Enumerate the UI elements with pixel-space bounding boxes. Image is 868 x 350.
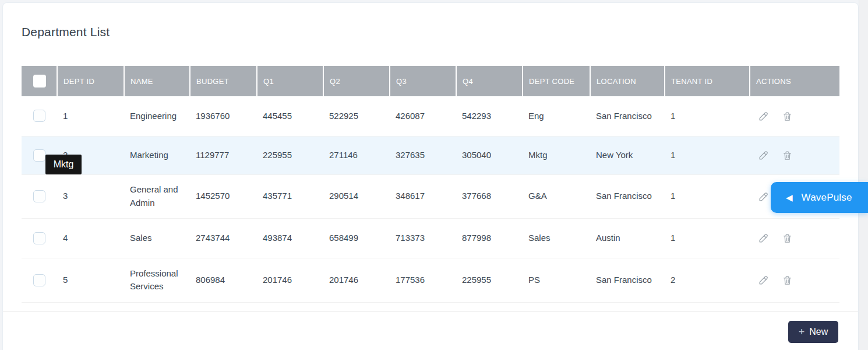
wavepulse-label: WavePulse [802, 192, 852, 204]
column-header-name: NAME [124, 66, 190, 96]
select-all-checkbox[interactable] [33, 75, 46, 88]
cell-dept-id: 3 [57, 174, 124, 218]
new-button[interactable]: + New [788, 321, 838, 343]
edit-icon[interactable] [758, 111, 769, 122]
table-row[interactable]: 3 General and Admin 1452570 435771 29051… [22, 174, 839, 218]
cell-q1: 225955 [257, 136, 323, 174]
cell-budget: 1452570 [190, 174, 257, 218]
cell-budget: 2743744 [190, 218, 257, 258]
table-footer: + New [3, 312, 858, 350]
tooltip: Mktg [45, 155, 82, 174]
cell-budget: 1936760 [190, 96, 257, 136]
cell-location: San Francisco [590, 174, 665, 218]
row-checkbox[interactable] [33, 232, 45, 244]
cell-q1: 435771 [257, 174, 323, 218]
column-header-q1: Q1 [257, 66, 323, 96]
cell-location: New York [590, 136, 665, 174]
edit-icon[interactable] [758, 150, 769, 161]
cell-tenant-id: 1 [665, 174, 750, 218]
cell-q1: 445455 [257, 96, 323, 136]
table-header-row: DEPT ID NAME BUDGET Q1 Q2 Q3 Q4 DEPT COD… [22, 66, 839, 96]
cell-dept-id: 5 [57, 258, 124, 302]
cell-budget: 806984 [190, 258, 257, 302]
plus-icon: + [799, 326, 805, 338]
cell-budget: 1129777 [190, 136, 257, 174]
column-header-q2: Q2 [323, 66, 390, 96]
department-list-card: Department List DEPT ID NAME BUDGET Q1 Q… [2, 2, 859, 350]
cell-q2: 271146 [323, 136, 390, 174]
cell-name: Engineering [124, 96, 190, 136]
edit-icon[interactable] [758, 275, 769, 286]
cell-q3: 348617 [390, 174, 456, 218]
cell-q4: 542293 [456, 96, 523, 136]
cell-q1: 493874 [257, 218, 323, 258]
column-header-q3: Q3 [390, 66, 456, 96]
cell-location: San Francisco [590, 96, 665, 136]
cell-q2: 201746 [323, 258, 390, 302]
edit-icon[interactable] [758, 233, 769, 244]
cell-q4: 225955 [456, 258, 523, 302]
cell-tenant-id: 1 [665, 218, 750, 258]
table-row[interactable]: 5 Professional Services 806984 201746 20… [22, 258, 839, 302]
cell-dept-code: Mktg [523, 136, 590, 174]
left-triangle-icon: ◀ [786, 192, 793, 203]
column-header-location: LOCATION [590, 66, 665, 96]
row-checkbox[interactable] [33, 190, 45, 202]
cell-q4: 877998 [456, 218, 523, 258]
table-row[interactable]: 1 Engineering 1936760 445455 522925 4260… [22, 96, 839, 136]
cell-location: San Francisco [590, 258, 665, 302]
cell-location: Austin [590, 218, 665, 258]
column-header-dept-id: DEPT ID [57, 66, 124, 96]
cell-q3: 713373 [390, 218, 456, 258]
cell-dept-code: G&A [523, 174, 590, 218]
table-row[interactable]: 2 Marketing 1129777 225955 271146 327635… [22, 136, 839, 174]
column-header-budget: BUDGET [190, 66, 257, 96]
trash-icon[interactable] [782, 111, 793, 122]
edit-icon[interactable] [758, 191, 769, 202]
cell-dept-code: Sales [523, 218, 590, 258]
column-header-q4: Q4 [456, 66, 523, 96]
row-checkbox[interactable] [33, 110, 45, 122]
row-checkbox[interactable] [33, 274, 45, 286]
cell-q3: 177536 [390, 258, 456, 302]
cell-q2: 290514 [323, 174, 390, 218]
select-all-header-cell [22, 66, 57, 96]
scrollbar-gutter[interactable] [859, 0, 868, 350]
column-header-dept-code: DEPT CODE [523, 66, 590, 96]
cell-q4: 377668 [456, 174, 523, 218]
cell-q3: 426087 [390, 96, 456, 136]
cell-dept-code: Eng [523, 96, 590, 136]
cell-name: General and Admin [124, 174, 190, 218]
cell-q4: 305040 [456, 136, 523, 174]
row-checkbox[interactable] [33, 149, 45, 162]
cell-q1: 201746 [257, 258, 323, 302]
trash-icon[interactable] [782, 150, 793, 161]
wavepulse-button[interactable]: ◀ WavePulse [771, 182, 868, 213]
cell-dept-id: 1 [57, 96, 124, 136]
cell-q3: 327635 [390, 136, 456, 174]
trash-icon[interactable] [782, 275, 793, 286]
trash-icon[interactable] [782, 233, 793, 244]
cell-q2: 658499 [323, 218, 390, 258]
column-header-tenant-id: TENANT ID [665, 66, 750, 96]
column-header-actions: ACTIONS [750, 66, 839, 96]
cell-name: Marketing [124, 136, 190, 174]
page-title: Department List [22, 25, 110, 39]
cell-dept-code: PS [523, 258, 590, 302]
department-table: DEPT ID NAME BUDGET Q1 Q2 Q3 Q4 DEPT COD… [22, 66, 839, 303]
cell-q2: 522925 [323, 96, 390, 136]
cell-tenant-id: 2 [665, 258, 750, 302]
cell-name: Professional Services [124, 258, 190, 302]
cell-name: Sales [124, 218, 190, 258]
cell-tenant-id: 1 [665, 136, 750, 174]
table-row[interactable]: 4 Sales 2743744 493874 658499 713373 877… [22, 218, 839, 258]
new-button-label: New [809, 327, 828, 337]
cell-dept-id: 4 [57, 218, 124, 258]
cell-tenant-id: 1 [665, 96, 750, 136]
